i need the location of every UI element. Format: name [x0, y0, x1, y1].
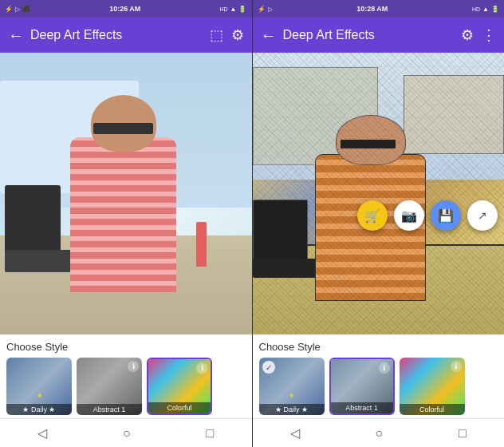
fab-share-button[interactable]: ↗	[467, 200, 498, 231]
style-thumb-colorful-left[interactable]: ℹ Colorful	[147, 358, 212, 415]
toolbar-right: ← Deep Art Effects ⚙ ⋮	[253, 18, 505, 53]
back-button[interactable]: ←	[8, 26, 24, 45]
style-thumbnails-right: ✓ ★ ★ Daily ★ ℹ Abstract 1 ℹ Colorful	[259, 358, 498, 415]
nav-bar-right: ◁ ○ □	[253, 418, 505, 447]
check-icon-daily: ✓	[262, 361, 275, 374]
settings-icon-left[interactable]: ⚙	[231, 26, 244, 44]
toolbar-icons-right: ⚙ ⋮	[461, 26, 496, 44]
signal-icon-r: ▲	[482, 6, 489, 13]
wifi-icon: HD	[219, 6, 227, 12]
style-thumb-abstract-right[interactable]: ℹ Abstract 1	[329, 358, 395, 415]
battery-icon: 🔋	[238, 6, 246, 13]
back-nav-left[interactable]: ◁	[37, 425, 47, 441]
status-bar-right: ⚡ ▷ 10:28 AM HD ▲ 🔋	[253, 0, 505, 18]
info-icon-abstract-right[interactable]: ℹ	[379, 362, 390, 374]
info-icon-colorful-right[interactable]: ℹ	[451, 361, 462, 372]
play-icon-r: ▷	[268, 6, 273, 13]
style-thumbnails-left: ★ ★ Daily ★ ℹ Abstract 1 ℹ Colorful	[6, 358, 246, 415]
photo-original	[0, 53, 252, 334]
style-thumb-daily-right[interactable]: ✓ ★ ★ Daily ★	[259, 358, 325, 415]
fab-cart-button[interactable]: 🛒	[357, 200, 388, 231]
fab-instagram-button[interactable]: 📷	[394, 200, 424, 231]
info-icon-abstract-left[interactable]: ℹ	[128, 361, 139, 372]
play-icon: ▷	[15, 6, 20, 13]
home-nav-right[interactable]: ○	[376, 426, 384, 441]
abstract-label-left: Abstract 1	[77, 404, 142, 415]
status-bar-left: ⚡ ▷ ⬛ 10:26 AM HD ▲ 🔋	[0, 0, 252, 18]
style-thumb-abstract-left[interactable]: ℹ Abstract 1	[77, 358, 142, 415]
home-nav-left[interactable]: ○	[123, 426, 131, 441]
abstract-label-right: Abstract 1	[331, 402, 393, 413]
more-icon-right[interactable]: ⋮	[482, 26, 496, 44]
hd-icon-r: HD	[472, 6, 480, 12]
notification-icon-r: ⚡	[258, 6, 266, 13]
toolbar-left: ← Deep Art Effects ⬚ ⚙	[0, 18, 252, 53]
status-time-left: 10:26 AM	[109, 5, 140, 13]
status-bar-right-icons: HD ▲ 🔋	[219, 6, 246, 13]
choose-style-section-left: Choose Style ★ ★ Daily ★ ℹ Abstract 1 ℹ …	[0, 334, 252, 418]
left-panel: ⚡ ▷ ⬛ 10:26 AM HD ▲ 🔋 ← Deep Art Effects…	[0, 0, 252, 447]
app-title-left: Deep Art Effects	[30, 28, 203, 42]
right-panel: ⚡ ▷ 10:28 AM HD ▲ 🔋 ← Deep Art Effects ⚙…	[253, 0, 505, 447]
choose-style-section-right: Choose Style ✓ ★ ★ Daily ★ ℹ Abstract 1 …	[253, 334, 505, 418]
status-bar-right-right-icons: HD ▲ 🔋	[472, 6, 499, 13]
battery-icon-r: 🔋	[491, 6, 499, 13]
choose-style-label-left: Choose Style	[6, 341, 246, 353]
crop-icon[interactable]: ⬚	[210, 26, 223, 44]
image-area-right: 🛒 📷 💾 ↗	[253, 53, 505, 334]
status-time-right: 10:28 AM	[356, 5, 388, 13]
daily-star-badge: ★	[6, 392, 72, 399]
media-icon: ⬛	[22, 6, 30, 13]
nav-bar-left: ◁ ○ □	[0, 418, 252, 447]
notification-icon: ⚡	[5, 6, 13, 13]
image-area-left	[0, 53, 252, 334]
daily-label-left: ★ Daily ★	[6, 404, 72, 415]
back-nav-right[interactable]: ◁	[290, 425, 300, 441]
recents-nav-left[interactable]: □	[206, 426, 214, 441]
fab-row: 🛒 📷 💾 ↗	[357, 200, 498, 231]
back-button-right[interactable]: ←	[261, 26, 277, 45]
status-bar-left-icons: ⚡ ▷ ⬛	[5, 6, 30, 13]
app-title-right: Deep Art Effects	[283, 28, 455, 42]
style-thumb-daily-left[interactable]: ★ ★ Daily ★	[6, 358, 72, 415]
recents-nav-right[interactable]: □	[459, 426, 467, 441]
photo-styled	[253, 53, 505, 334]
signal-icon: ▲	[230, 6, 237, 13]
style-thumb-colorful-right[interactable]: ℹ Colorful	[400, 358, 465, 415]
choose-style-label-right: Choose Style	[259, 341, 498, 353]
colorful-label-right: Colorful	[400, 404, 465, 415]
settings-icon-right[interactable]: ⚙	[461, 26, 474, 44]
daily-label-right: ★ Daily ★	[259, 404, 325, 415]
status-bar-right-left-icons: ⚡ ▷	[258, 6, 273, 13]
fab-save-button[interactable]: 💾	[431, 200, 461, 231]
daily-star-badge-r: ★	[259, 392, 325, 399]
info-icon-colorful-left[interactable]: ℹ	[196, 362, 207, 374]
toolbar-icons-left: ⬚ ⚙	[210, 26, 244, 44]
colorful-label-left: Colorful	[148, 402, 211, 413]
